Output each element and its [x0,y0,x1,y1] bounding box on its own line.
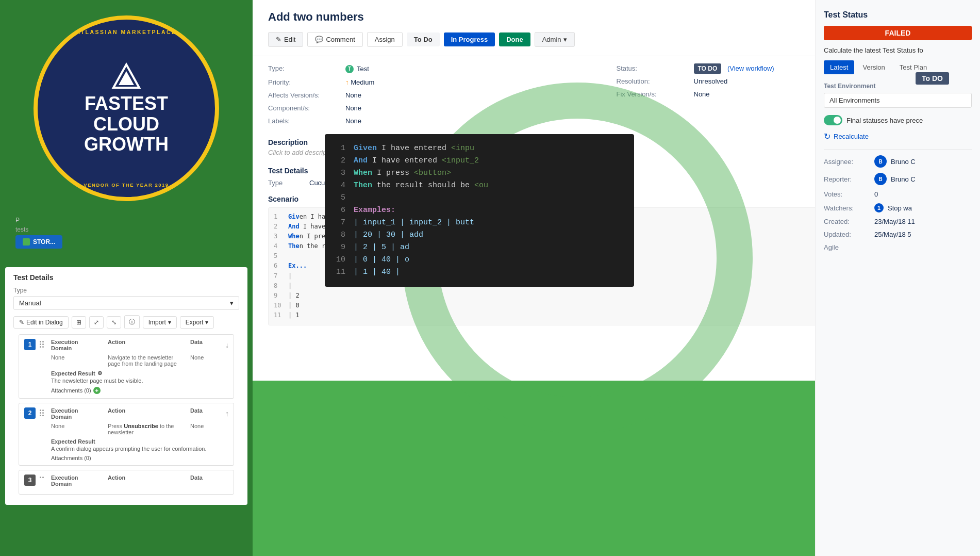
toggle-label: Final statuses have prece [846,117,923,124]
assign-button[interactable]: Assign [367,32,403,47]
watchers-count-badge: 1 [874,203,884,212]
components-value: None [345,104,361,112]
data-val-2: None [190,423,221,435]
test-details-section: Test Details Type Manual ▾ ✎ Edit in Dia… [5,267,247,505]
move-down-1[interactable]: ↓ [225,341,229,349]
action-header-1: Action [108,339,180,351]
info-button[interactable]: ⓘ [124,315,140,329]
type-value: T Test [345,65,369,73]
tab-version[interactable]: Version [856,60,891,74]
fix-value: None [694,90,710,98]
dropdown-chevron-icon: ▾ [230,299,234,307]
code-editor-overlay: 1 Given I have entered <inpu 2 And I hav… [325,134,634,287]
drag-handle-1[interactable] [40,339,47,348]
execution-row-3: 3 Execution Domain Action Data [19,470,234,495]
execution-row-1: 1 Execution Domain Action Data None Navi… [19,334,234,399]
row-number-1: 1 [24,339,36,350]
reporter-value: Bruno C [891,175,916,183]
labels-field: Labels: None [268,117,617,125]
resolution-value: Unresolved [694,77,728,85]
row-header-2: Execution Domain Action Data [51,407,221,420]
priority-field: Priority: ↑ Medium [268,78,617,86]
recalculate-icon: ↻ [824,132,830,141]
reporter-avatar: B [874,173,887,185]
add-attachment-icon-1[interactable]: + [93,387,101,394]
er-label-2: Expected Result [51,438,221,445]
priority-label: Priority: [268,78,340,86]
votes-value: 0 [874,190,878,198]
components-label: Component/s: [268,104,340,112]
created-label: Created: [824,218,870,225]
labels-label: Labels: [268,117,340,125]
er-text-1: The newsletter page must be visible. [51,378,221,384]
view-workflow-link[interactable]: (View workflow) [727,64,774,72]
comment-label: Comment [326,36,355,43]
row-values-1: None Navigate to the newsletter page fro… [51,354,221,367]
env-section-title: Test Environment [824,83,972,90]
agile-row: Agile [824,243,972,251]
status-badge: TO DO [694,63,722,74]
row-header-3: Execution Domain Action Data [51,475,228,487]
exec-domain-val-1: None [51,354,97,367]
in-progress-button[interactable]: In Progress [444,32,495,46]
attachments-label-1: Attachments (0) [51,387,91,394]
panel-divider-1 [824,150,972,150]
edit-icon: ✎ [19,319,24,326]
admin-button[interactable]: Admin ▾ [535,32,575,47]
export-label: Export [186,319,204,326]
export-button[interactable]: Export ▾ [180,316,214,329]
manual-dropdown[interactable]: Manual ▾ [13,296,239,310]
todo-button[interactable]: To Do [407,32,440,46]
store-button[interactable]: STOR... [15,235,62,249]
comment-icon: 💬 [315,36,323,43]
action-val-2: Press Unsubscribe to the newsletter [108,423,180,435]
to-do-badge: To DO [916,72,949,85]
status-label: Status: [617,64,689,72]
data-val-1: None [190,354,221,367]
type-label: Type: [268,64,340,72]
execution-row-2: 2 Execution Domain Action Data None Pres… [19,403,234,466]
manual-value: Manual [19,299,41,307]
recalculate-row[interactable]: ↻ Recalculate [824,132,972,141]
row-content-1: Execution Domain Action Data None Naviga… [51,339,221,394]
fix-label: Fix Version/s: [617,90,689,98]
expand-button[interactable]: ⤡ [107,316,121,329]
attachments-1: Attachments (0) + [51,387,221,394]
recalculate-label: Recalculate [834,133,869,140]
tab-latest[interactable]: Latest [824,60,854,74]
row-number-2: 2 [24,407,36,419]
done-label: Done [506,36,523,43]
drag-handle-2[interactable] [40,407,47,416]
grid-view-button[interactable]: ⊞ [72,316,86,329]
reporter-row: Reporter: B Bruno C [824,173,972,185]
comment-button[interactable]: 💬 Comment [307,32,362,47]
code-line-3: 3 When I press <button> [335,167,624,179]
right-panel: Test Status FAILED Calculate the latest … [815,0,980,556]
watchers-row: Watchers: 1 Stop wa [824,203,972,212]
assignee-row: Assignee: B Bruno C [824,155,972,168]
env-dropdown[interactable]: All Environments [824,93,972,108]
done-button[interactable]: Done [499,32,530,46]
badge-main-text: FASTEST CLOUD GROWTH [84,93,169,155]
er-text-2: A confirm dialog appears prompting the u… [51,446,221,452]
code-line-9: 9 | 2 | 5 | ad [335,241,624,254]
final-statuses-toggle[interactable] [824,115,842,125]
assignee-avatar: B [874,155,887,168]
data-header-3: Data [190,475,221,487]
move-up-2[interactable]: ↑ [225,410,229,418]
affects-label: Affects Version/s: [268,91,340,99]
store-icon [23,238,30,246]
edit-dialog-button[interactable]: ✎ Edit in Dialog [13,316,69,329]
affects-value: None [345,91,361,99]
td-type-label: Type [268,179,309,187]
badge-arc-top: ATLASSIAN MARKETPLACE [76,29,176,35]
edit-button[interactable]: ✎ Edit [268,32,303,47]
import-button[interactable]: Import ▾ [143,316,177,329]
link-label: P [15,217,237,224]
code-line-8: 8 | 20 | 30 | add [335,229,624,241]
test-details-title: Test Details [13,273,239,282]
exec-domain-header-1: Execution Domain [51,339,97,351]
drag-handle-3[interactable] [40,475,47,478]
row-header-1: Execution Domain Action Data [51,339,221,351]
collapse-button[interactable]: ⤢ [89,316,104,329]
